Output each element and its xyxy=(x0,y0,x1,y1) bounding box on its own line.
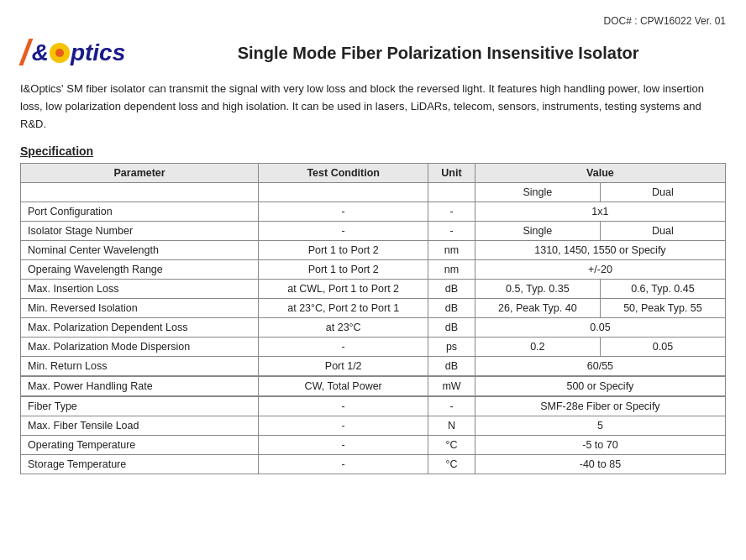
cell-param: Max. Polarization Dependent Loss xyxy=(21,318,259,338)
table-row: Max. Power Handling RateCW, Total Powerm… xyxy=(21,376,726,396)
spec-table: Parameter Test Condition Unit Value Sing… xyxy=(20,163,726,474)
logo-ptics: ptics xyxy=(71,39,125,66)
cell-unit: - xyxy=(428,396,475,416)
cell-value-single: 26, Peak Typ. 40 xyxy=(475,299,600,318)
subheader-unit xyxy=(428,183,475,202)
cell-unit: nm xyxy=(428,241,475,260)
cell-param: Min. Reversed Isolation xyxy=(21,299,259,318)
cell-unit: N xyxy=(428,416,475,436)
subheader-condition xyxy=(259,183,428,202)
cell-param: Max. Fiber Tensile Load xyxy=(21,416,259,436)
cell-value-span: 60/55 xyxy=(475,357,725,377)
cell-param: Fiber Type xyxy=(21,396,259,416)
table-row: Min. Reversed Isolationat 23°C, Port 2 t… xyxy=(21,299,726,318)
cell-value-span: 1310, 1450, 1550 or Specify xyxy=(475,241,725,260)
col-value: Value xyxy=(475,164,725,183)
cell-condition: Port 1 to Port 2 xyxy=(259,241,428,260)
subheader-dual: Dual xyxy=(600,183,725,202)
cell-value-span: 1x1 xyxy=(475,202,725,222)
cell-unit: nm xyxy=(428,260,475,280)
table-row: Port Configuration--1x1 xyxy=(21,202,726,222)
cell-condition: Port 1/2 xyxy=(259,357,428,377)
logo-slash: / xyxy=(20,35,30,71)
cell-value-span: -5 to 70 xyxy=(475,436,725,455)
cell-value-span: 5 xyxy=(475,416,725,436)
cell-condition: at CWL, Port 1 to Port 2 xyxy=(259,280,428,299)
cell-condition: - xyxy=(259,416,428,436)
col-parameter: Parameter xyxy=(21,164,259,183)
cell-param: Operating Temperature xyxy=(21,436,259,455)
cell-condition: - xyxy=(259,222,428,241)
cell-unit: - xyxy=(428,202,475,222)
cell-value-single: 0.2 xyxy=(475,338,600,357)
table-row: Fiber Type--SMF-28e Fiber or Specify xyxy=(21,396,726,416)
col-unit: Unit xyxy=(428,164,475,183)
table-row: Max. Polarization Mode Dispersion-ps0.20… xyxy=(21,338,726,357)
cell-value-dual: Dual xyxy=(600,222,725,241)
cell-unit: dB xyxy=(428,299,475,318)
table-row: Operaing Wavelength RangePort 1 to Port … xyxy=(21,260,726,280)
cell-param: Isolator Stage Number xyxy=(21,222,259,241)
doc-reference: DOC# : CPW16022 Ver. 01 xyxy=(20,15,726,27)
logo-dot-icon xyxy=(55,49,64,57)
cell-condition: at 23°C, Port 2 to Port 1 xyxy=(259,299,428,318)
table-subheader-row: Single Dual xyxy=(21,183,726,202)
table-header-row: Parameter Test Condition Unit Value xyxy=(21,164,726,183)
doc-ref-text: DOC# : CPW16022 Ver. 01 xyxy=(604,15,726,27)
cell-value-span: 500 or Specify xyxy=(475,376,725,396)
table-row: Nominal Center WavelengthPort 1 to Port … xyxy=(21,241,726,260)
cell-condition: at 23°C xyxy=(259,318,428,338)
cell-unit: °C xyxy=(428,436,475,455)
table-row: Max. Polarization Dependent Lossat 23°Cd… xyxy=(21,318,726,338)
cell-condition: - xyxy=(259,338,428,357)
cell-param: Nominal Center Wavelength xyxy=(21,241,259,260)
cell-unit: dB xyxy=(428,318,475,338)
cell-unit: dB xyxy=(428,280,475,299)
cell-value-span: SMF-28e Fiber or Specify xyxy=(475,396,725,416)
logo-circle-icon xyxy=(50,43,70,63)
description-text: I&Optics' SM fiber isolator can transmit… xyxy=(20,81,726,133)
cell-param: Port Configuration xyxy=(21,202,259,222)
table-row: Operating Temperature-°C-5 to 70 xyxy=(21,436,726,455)
header-section: / & ptics Single Mode Fiber Polarization… xyxy=(20,35,726,71)
logo-ampersand: & xyxy=(32,39,49,66)
subheader-param xyxy=(21,183,259,202)
logo: / & ptics xyxy=(20,35,125,71)
cell-param: Min. Return Loss xyxy=(21,357,259,377)
cell-value-dual: 0.05 xyxy=(600,338,725,357)
table-row: Max. Fiber Tensile Load-N5 xyxy=(21,416,726,436)
cell-param: Storage Temperature xyxy=(21,455,259,474)
cell-unit: mW xyxy=(428,376,475,396)
cell-unit: - xyxy=(428,222,475,241)
cell-unit: dB xyxy=(428,357,475,377)
cell-value-dual: 50, Peak Typ. 55 xyxy=(600,299,725,318)
cell-param: Max. Polarization Mode Dispersion xyxy=(21,338,259,357)
cell-value-dual: 0.6, Typ. 0.45 xyxy=(600,280,725,299)
cell-unit: °C xyxy=(428,455,475,474)
cell-condition: - xyxy=(259,202,428,222)
cell-param: Operaing Wavelength Range xyxy=(21,260,259,280)
cell-param: Max. Power Handling Rate xyxy=(21,376,259,396)
cell-value-single: 0.5, Typ. 0.35 xyxy=(475,280,600,299)
subheader-single: Single xyxy=(475,183,600,202)
cell-param: Max. Insertion Loss xyxy=(21,280,259,299)
logo-text: & ptics xyxy=(32,39,126,66)
cell-condition: - xyxy=(259,396,428,416)
cell-value-single: Single xyxy=(475,222,600,241)
cell-condition: Port 1 to Port 2 xyxy=(259,260,428,280)
table-row: Storage Temperature-°C-40 to 85 xyxy=(21,455,726,474)
section-title: Specification xyxy=(20,144,726,158)
cell-condition: - xyxy=(259,436,428,455)
page-title: Single Mode Fiber Polarization Insensiti… xyxy=(150,44,726,63)
cell-value-span: -40 to 85 xyxy=(475,455,725,474)
col-test-condition: Test Condition xyxy=(259,164,428,183)
table-row: Max. Insertion Lossat CWL, Port 1 to Por… xyxy=(21,280,726,299)
cell-value-span: +/-20 xyxy=(475,260,725,280)
cell-condition: CW, Total Power xyxy=(259,376,428,396)
cell-value-span: 0.05 xyxy=(475,318,725,338)
table-row: Isolator Stage Number--SingleDual xyxy=(21,222,726,241)
table-row: Min. Return LossPort 1/2dB60/55 xyxy=(21,357,726,377)
page: DOC# : CPW16022 Ver. 01 / & ptics Single… xyxy=(0,0,746,495)
cell-condition: - xyxy=(259,455,428,474)
cell-unit: ps xyxy=(428,338,475,357)
